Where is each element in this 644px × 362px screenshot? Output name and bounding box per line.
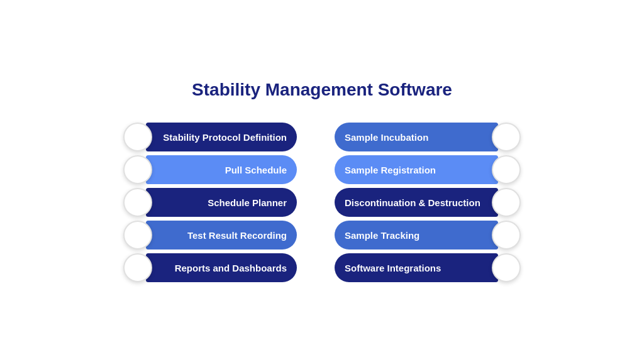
left-label-2: Schedule Planner [208,197,287,208]
left-bar-4: Reports and Dashboards [146,253,297,282]
right-item-3: Sample Tracking [335,221,521,250]
right-item-4: Software Integrations [335,253,521,282]
right-item-2: Discontinuation & Destruction [335,188,521,217]
content-area: Stability Protocol DefinitionPull Schedu… [123,123,521,282]
left-column: Stability Protocol DefinitionPull Schedu… [123,123,297,282]
right-bar-1: Sample Registration [335,155,498,184]
left-circle-1 [123,155,152,184]
right-bar-3: Sample Tracking [335,221,498,250]
right-item-0: Sample Incubation [335,123,521,151]
right-circle-3 [492,221,521,250]
left-circle-0 [123,123,152,151]
left-item-3: Test Result Recording [123,221,297,250]
right-label-3: Sample Tracking [345,230,419,241]
left-bar-1: Pull Schedule [146,155,297,184]
left-circle-2 [123,188,152,217]
page-title: Stability Management Software [192,80,452,100]
right-circle-2 [492,188,521,217]
left-label-3: Test Result Recording [187,230,287,241]
left-item-1: Pull Schedule [123,155,297,184]
right-label-1: Sample Registration [345,165,436,175]
left-label-1: Pull Schedule [225,165,287,175]
left-circle-4 [123,253,152,282]
right-circle-0 [492,123,521,151]
right-bar-2: Discontinuation & Destruction [335,188,498,217]
right-label-2: Discontinuation & Destruction [345,197,480,208]
left-item-2: Schedule Planner [123,188,297,217]
left-bar-2: Schedule Planner [146,188,297,217]
left-bar-3: Test Result Recording [146,221,297,250]
right-label-4: Software Integrations [345,263,441,273]
right-circle-1 [492,155,521,184]
left-bar-0: Stability Protocol Definition [146,123,297,151]
right-bar-4: Software Integrations [335,253,498,282]
right-label-0: Sample Incubation [345,132,428,143]
left-item-0: Stability Protocol Definition [123,123,297,151]
left-item-4: Reports and Dashboards [123,253,297,282]
left-label-0: Stability Protocol Definition [163,132,287,143]
right-circle-4 [492,253,521,282]
right-bar-0: Sample Incubation [335,123,498,151]
left-label-4: Reports and Dashboards [175,263,287,273]
right-item-1: Sample Registration [335,155,521,184]
right-column: Sample IncubationSample RegistrationDisc… [335,123,521,282]
left-circle-3 [123,221,152,250]
